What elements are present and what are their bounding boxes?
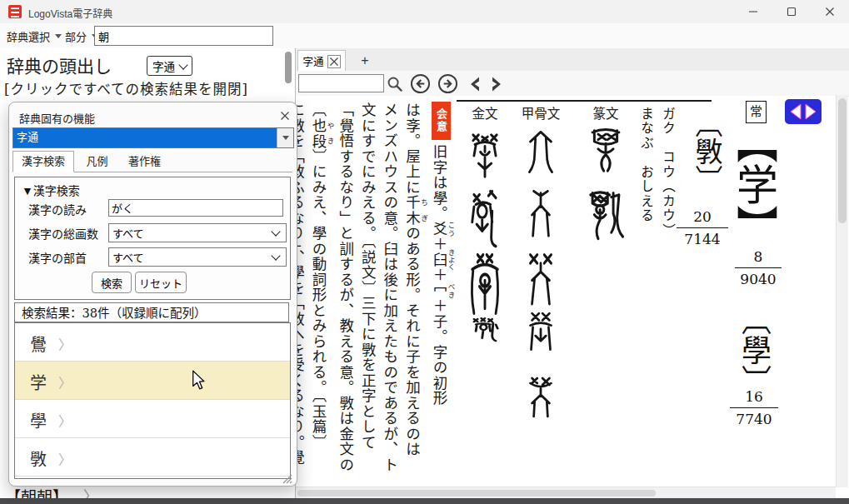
result-kanji: 鷽 xyxy=(30,332,47,356)
dialog-resize-grip[interactable] xyxy=(281,472,292,484)
close-button[interactable] xyxy=(811,0,849,23)
result-item[interactable]: 学〉 xyxy=(15,362,290,400)
left-panel-scrollbar-thumb[interactable] xyxy=(285,52,292,83)
entry-nav-button[interactable] xyxy=(785,99,822,124)
app-window: LogoVista電子辞典 辞典選択 部分 辞典の頭出し 字通 [クリックですべ… xyxy=(0,0,849,504)
dialog-dictionary-combobox[interactable]: 字通 xyxy=(12,127,294,148)
global-search-input[interactable] xyxy=(94,26,273,46)
radical-select-value: すべて xyxy=(112,249,144,265)
result-item[interactable]: 鷽〉 xyxy=(15,323,290,362)
scrollbar-thumb[interactable] xyxy=(838,98,847,223)
caret-down-icon xyxy=(55,34,62,38)
combobox-dropdown-button[interactable] xyxy=(277,128,293,147)
next-entry-icon[interactable] xyxy=(486,73,507,94)
chevron-right-icon: 〉 xyxy=(58,448,72,468)
left-panel-heading: 辞典の頭出し xyxy=(7,52,112,77)
chevron-down-icon xyxy=(178,60,187,69)
tab-copyright[interactable]: 著作権 xyxy=(120,152,169,172)
reading-input[interactable] xyxy=(108,199,283,217)
right-tab-bar: 字通 + xyxy=(296,48,849,71)
app-icon xyxy=(8,5,22,18)
entry-content xyxy=(296,96,836,487)
left-dictionary-dropdown-value: 字通 xyxy=(152,57,175,74)
caret-down-icon xyxy=(282,136,289,140)
entry-search-input[interactable] xyxy=(298,74,384,92)
entry-toolbar xyxy=(296,71,849,97)
mouse-cursor xyxy=(190,370,207,393)
strokes-select[interactable]: すべて xyxy=(108,223,287,242)
history-forward-icon[interactable] xyxy=(437,73,458,94)
prev-entry-icon[interactable] xyxy=(464,73,486,94)
tab-label: 字通 xyxy=(302,53,323,69)
tab-legend[interactable]: 凡例 xyxy=(77,152,116,172)
strokes-label: 漢字の総画数 xyxy=(28,225,98,242)
result-item[interactable]: 學〉 xyxy=(15,400,290,438)
dictionary-select-label: 辞典選択 xyxy=(7,28,50,44)
expand-collapse-hint[interactable]: [クリックですべての検索結果を開閉] xyxy=(4,78,248,98)
result-kanji: 學 xyxy=(30,408,47,432)
dialog-tabs: 漢字検索 凡例 著作権 xyxy=(12,151,292,172)
results-header: 検索結果：38件（収録順に配列） xyxy=(14,302,289,322)
entry-search-icon[interactable] xyxy=(383,73,405,94)
tab-kanji-search[interactable]: 漢字検索 xyxy=(12,151,74,172)
match-mode-dropdown[interactable]: 部分 xyxy=(65,27,98,44)
radical-label: 漢字の部首 xyxy=(28,249,87,266)
window-bottom-edge xyxy=(0,498,849,504)
left-dictionary-dropdown[interactable]: 字通 xyxy=(147,56,192,76)
strokes-select-value: すべて xyxy=(112,225,144,241)
scrollbar-thumb[interactable] xyxy=(297,490,656,497)
chevron-down-icon xyxy=(271,251,280,260)
minimize-button[interactable] xyxy=(734,0,772,23)
window-title: LogoVista電子辞典 xyxy=(28,6,112,20)
groupbox-legend[interactable]: ▼漢字検索 xyxy=(22,182,80,198)
reading-label: 漢字の読み xyxy=(28,201,87,217)
match-mode-label: 部分 xyxy=(65,28,87,44)
radical-select[interactable]: すべて xyxy=(108,247,287,267)
chevron-right-icon: 〉 xyxy=(58,333,72,353)
history-back-icon[interactable] xyxy=(409,73,431,94)
result-kanji: 斆 xyxy=(30,447,47,471)
dictionary-select-dropdown[interactable]: 辞典選択 xyxy=(7,27,62,44)
chevron-down-icon xyxy=(271,227,280,236)
dialog-title: 辞典固有の機能 xyxy=(19,110,95,126)
chevron-right-icon: 〉 xyxy=(58,372,72,392)
reset-button[interactable]: リセット xyxy=(135,272,187,293)
entry-horizontal-scrollbar[interactable] xyxy=(296,487,836,499)
tab-jitsu[interactable]: 字通 xyxy=(297,50,346,72)
result-kanji: 学 xyxy=(30,370,47,394)
tab-close-icon[interactable] xyxy=(327,55,341,68)
result-item[interactable]: 斆〉 xyxy=(15,438,290,477)
titlebar: LogoVista電子辞典 xyxy=(0,0,849,23)
results-list: 鷽〉学〉學〉斆〉 xyxy=(14,322,291,479)
chevron-right-icon: 〉 xyxy=(58,410,72,430)
dialog-close-icon[interactable] xyxy=(277,108,292,123)
maximize-button[interactable] xyxy=(772,0,811,23)
new-tab-button[interactable]: + xyxy=(354,51,376,70)
entry-vertical-scrollbar[interactable] xyxy=(836,95,848,487)
kanji-search-groupbox: ▼漢字検索 漢字の読み 漢字の総画数 すべて 漢字の部首 すべて 検索 リセット xyxy=(14,177,291,300)
dictionary-functions-dialog: 辞典固有の機能 字通 漢字検索 凡例 著作権 ▼漢字検索 漢字の読み 漢字の総画… xyxy=(8,102,297,487)
search-button[interactable]: 検索 xyxy=(92,272,132,293)
combobox-value: 字通 xyxy=(13,128,277,147)
